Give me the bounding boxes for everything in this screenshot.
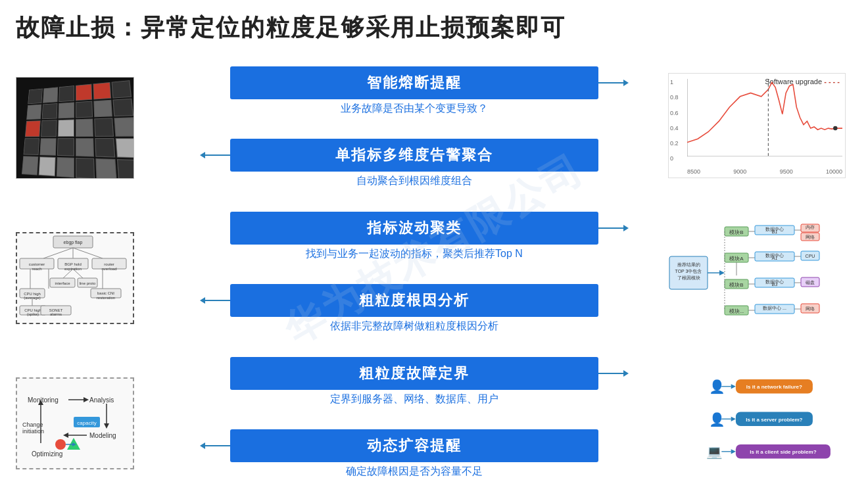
chart-y-labels: 1 0.8 0.6 0.4 0.2 0 <box>670 79 679 162</box>
software-upgrade-chart: Software upgrade - - - - 1 0.8 0.6 0.4 0… <box>668 73 846 178</box>
svg-marker-38 <box>84 397 89 402</box>
svg-text:磁盘: 磁盘 <box>805 280 815 285</box>
svg-text:capacity: capacity <box>77 420 96 426</box>
chart-svg <box>687 79 842 156</box>
arrow-left-4 <box>204 300 230 301</box>
svg-text:模块B: 模块B <box>729 282 743 288</box>
subtext-3: 找到与业务一起波动的指标，聚类后推荐Top N <box>306 246 523 262</box>
chart-x-labels: 8500 9000 9500 10000 <box>687 168 842 175</box>
svg-text:(spike): (spike) <box>27 312 39 316</box>
arrow-right-5 <box>598 373 625 374</box>
svg-text:了根因模块: 了根因模块 <box>677 275 700 280</box>
svg-text:basic CNI: basic CNI <box>97 291 114 295</box>
svg-marker-44 <box>63 433 68 438</box>
svg-text:模块...: 模块... <box>729 308 744 314</box>
svg-text:Is it a client side problem?: Is it a client side problem? <box>750 449 817 455</box>
svg-text:Is it a network failure?: Is it a network failure? <box>746 384 802 390</box>
svg-point-53 <box>55 439 66 450</box>
svg-marker-65 <box>719 270 725 275</box>
page-title: 故障止损：异常定位的粒度足够采用止损预案即可 <box>16 12 852 44</box>
svg-text:Change: Change <box>22 421 43 428</box>
svg-text:推荐结果的: 推荐结果的 <box>677 262 700 267</box>
bar-5: 粗粒度故障定界 <box>230 357 598 390</box>
svg-marker-107 <box>731 384 736 389</box>
svg-marker-41 <box>104 423 109 429</box>
svg-text:网络: 网络 <box>806 306 815 311</box>
center-item-6: 动态扩容提醒 确定故障根因是否为容量不足 <box>174 429 655 480</box>
svg-text:💻: 💻 <box>706 444 723 460</box>
svg-marker-112 <box>731 417 736 421</box>
svg-marker-117 <box>731 449 736 454</box>
svg-text:overload: overload <box>101 267 116 271</box>
module-tree-diagram: 推荐结果的 TOP 3中包含 了根因模块 模块B 数据中心 B1 内存 <box>668 220 846 325</box>
subtext-5: 定界到服务器、网络、数据库、用户 <box>330 391 498 408</box>
arrow-right-3 <box>598 227 625 229</box>
svg-text:内存: 内存 <box>806 225 815 229</box>
svg-text:Is it a server problem?: Is it a server problem? <box>746 417 802 423</box>
svg-text:网络: 网络 <box>806 235 815 239</box>
page-container: 华为技术有限公司 故障止损：异常定位的粒度足够采用止损预案即可 <box>0 0 868 499</box>
arrow-left-6 <box>204 445 230 446</box>
svg-text:Monitoring: Monitoring <box>28 396 59 404</box>
left-column: ebgp flap customer reach BGP hold expira… <box>16 56 160 490</box>
svg-text:TOP 3中包含: TOP 3中包含 <box>675 269 702 274</box>
decision-tree-diagram: 👤 Is it a network failure? 👤 Is it a ser… <box>668 368 846 473</box>
svg-text:alarms: alarms <box>50 312 62 316</box>
center-column: 智能熔断提醒 业务故障是否由某个变更导致？ 单指标多维度告警聚合 自动聚合到根因… <box>160 56 668 490</box>
fault-tree-diagram: ebgp flap customer reach BGP hold expira… <box>16 232 134 324</box>
svg-point-59 <box>833 126 837 130</box>
svg-line-4 <box>73 248 103 258</box>
svg-text:数据中心 ...: 数据中心 ... <box>763 306 786 310</box>
right-column: Software upgrade - - - - 1 0.8 0.6 0.4 0… <box>668 56 852 490</box>
subtext-4: 依据非完整故障树做粗粒度根因分析 <box>330 318 498 335</box>
svg-text:Optimizing: Optimizing <box>32 450 62 458</box>
svg-text:interface: interface <box>55 281 70 285</box>
svg-text:模块B: 模块B <box>729 229 743 235</box>
subtext-2: 自动聚合到根因维度组合 <box>356 173 472 189</box>
svg-text:ebgp flap: ebgp flap <box>64 240 83 245</box>
arrow-left-2 <box>204 154 230 156</box>
svg-text:A1: A1 <box>771 256 778 260</box>
svg-text:Analysis: Analysis <box>89 396 114 404</box>
main-content: ebgp flap customer reach BGP hold expira… <box>16 56 852 490</box>
subtext-6: 确定故障根因是否为容量不足 <box>346 463 483 480</box>
monitoring-cycle-diagram: Monitoring Analysis Modeling Optimizin <box>16 377 134 469</box>
svg-text:reach: reach <box>32 267 41 271</box>
subtext-1: 业务故障是否由某个变更导致？ <box>341 101 488 117</box>
bar-2: 单指标多维度告警聚合 <box>230 139 598 172</box>
svg-text:B3: B3 <box>772 282 778 287</box>
center-item-3: 指标波动聚类 找到与业务一起波动的指标，聚类后推荐Top N <box>174 212 655 262</box>
svg-text:line proto: line proto <box>80 281 96 285</box>
svg-text:router: router <box>104 262 114 266</box>
bar-3: 指标波动聚类 <box>230 212 598 245</box>
svg-text:restoration: restoration <box>97 296 115 300</box>
svg-text:B1: B1 <box>772 229 778 234</box>
bar-6: 动态扩容提醒 <box>230 429 598 462</box>
svg-text:CPU: CPU <box>806 254 815 258</box>
bar-4: 粗粒度根因分析 <box>230 284 598 317</box>
cube-image <box>16 77 134 179</box>
arrow-right-1 <box>598 82 625 83</box>
svg-text:customer: customer <box>29 262 45 266</box>
center-item-2: 单指标多维度告警聚合 自动聚合到根因维度组合 <box>174 139 655 189</box>
svg-text:initiation: initiation <box>22 428 44 435</box>
center-item-4: 粗粒度根因分析 依据非完整故障树做粗粒度根因分析 <box>174 284 655 335</box>
svg-text:BGP hold: BGP hold <box>64 262 82 266</box>
svg-text:模块A: 模块A <box>729 256 744 262</box>
svg-line-2 <box>43 248 73 258</box>
bar-1: 智能熔断提醒 <box>230 66 598 99</box>
center-item-1: 智能熔断提醒 业务故障是否由某个变更导致？ <box>174 66 655 117</box>
svg-text:Modeling: Modeling <box>89 432 116 439</box>
center-item-5: 粗粒度故障定界 定界到服务器、网络、数据库、用户 <box>174 357 655 408</box>
